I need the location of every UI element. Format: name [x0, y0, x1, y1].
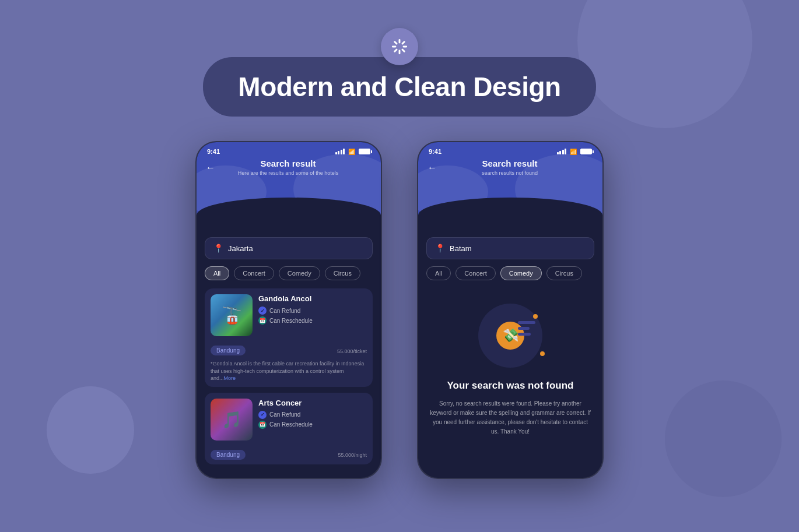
not-found-content: 💸 Your search was not found Sorry, no se… [418, 286, 602, 436]
event-info-2: Arts Concer ✓ Can Refund 📅 Can Reschedul… [258, 399, 367, 431]
signal-icon-1 [335, 149, 345, 154]
phone-nav-2: ← Search result search results not found [418, 155, 602, 179]
event-refund-badge-2: ✓ Can Refund [258, 411, 367, 419]
event-card-bottom-2: Bandung 55.000/night [205, 446, 373, 464]
event-card-2[interactable]: Arts Concer ✓ Can Refund 📅 Can Reschedul… [205, 393, 373, 464]
refund-text-1: Can Refund [269, 308, 300, 314]
location-tag-2: Bandung [211, 450, 246, 460]
location-pin-icon-1: 📍 [213, 244, 223, 253]
filter-chips-2: All Concert Comedy Circus [418, 266, 602, 286]
not-found-icon: 💸 [478, 304, 542, 368]
header-wave-1 [197, 198, 381, 232]
status-icons-1: 📶 [335, 149, 371, 155]
status-time-2: 9:41 [429, 148, 441, 155]
events-list: Gandola Ancol ✓ Can Refund 📅 Can Resched… [197, 286, 381, 473]
status-time-1: 9:41 [207, 148, 220, 155]
phone-screen-title-1: Search result [215, 158, 361, 168]
search-bar-1[interactable]: 📍 Jakarta [205, 237, 373, 259]
event-thumb-2 [211, 399, 253, 441]
event-desc-1: *Gondola Ancol is the first cable car re… [205, 360, 373, 387]
event-thumb-1 [211, 294, 253, 336]
chip-concert-1[interactable]: Concert [234, 266, 274, 280]
event-name-2: Arts Concer [258, 399, 367, 407]
back-button-2[interactable]: ← [427, 163, 437, 173]
phone-screen-subtitle-1: Here are the results and some of the hot… [215, 170, 361, 177]
phone-title-area-2: Search result search results not found [437, 158, 583, 177]
search-value-1: Jakarta [228, 244, 253, 253]
search-results-phone: 9:41 📶 ← Search result Here [195, 141, 382, 479]
not-found-description: Sorry, no search results were found. Ple… [430, 399, 591, 436]
phone-screen-title-2: Search result [437, 158, 583, 168]
header: Modern and Clean Design [0, 0, 799, 117]
reschedule-text-1: Can Reschedule [269, 318, 313, 324]
chip-circus-1[interactable]: Circus [325, 266, 360, 280]
event-reschedule-badge-1: 📅 Can Reschedule [258, 316, 367, 325]
event-name-1: Gandola Ancol [258, 294, 367, 303]
refund-icon-1: ✓ [258, 306, 267, 315]
signal-icon-2 [557, 149, 567, 154]
location-pin-icon-2: 📍 [435, 244, 445, 253]
chip-circus-2[interactable]: Circus [546, 266, 582, 280]
chip-all-1[interactable]: All [205, 266, 229, 280]
header-wave-2 [418, 198, 602, 232]
event-refund-badge-1: ✓ Can Refund [258, 306, 367, 315]
dot-2 [540, 351, 545, 356]
event-card-bottom-1: Bandung 55.000/ticket [205, 342, 373, 360]
location-tag-1: Bandung [211, 346, 246, 355]
not-found-phone: 9:41 📶 ← Search result sear [417, 141, 604, 479]
phone-header-2: 9:41 📶 ← Search result sear [418, 142, 602, 232]
price-2: 55.000/night [338, 451, 367, 458]
battery-icon-1 [359, 149, 370, 154]
back-button-1[interactable]: ← [206, 163, 215, 173]
wifi-icon-1: 📶 [348, 149, 355, 155]
phone-header-1: 9:41 📶 ← Search result Here [197, 142, 381, 232]
phone-nav-1: ← Search result Here are the results and… [197, 155, 381, 179]
battery-icon-2 [580, 149, 592, 154]
price-unit-2: /night [354, 452, 367, 458]
price-unit-1: /ticket [353, 348, 367, 354]
dot-1 [533, 314, 538, 319]
chip-all-2[interactable]: All [426, 266, 451, 280]
search-value-2: Batam [450, 244, 472, 253]
page-title: Modern and Clean Design [238, 71, 560, 103]
title-pill: Modern and Clean Design [203, 57, 595, 117]
reschedule-icon-1: 📅 [258, 316, 267, 325]
arts-image [211, 399, 253, 441]
phone-title-area-1: Search result Here are the results and s… [215, 158, 361, 177]
read-more-1[interactable]: More [224, 375, 236, 381]
phone-screen-subtitle-2: search results not found [437, 170, 583, 177]
event-card-1[interactable]: Gandola Ancol ✓ Can Refund 📅 Can Resched… [205, 288, 373, 387]
gondola-image [211, 294, 253, 336]
reschedule-icon-2: 📅 [258, 421, 267, 429]
refund-icon-2: ✓ [258, 411, 267, 419]
not-found-lines [518, 321, 535, 339]
status-icons-2: 📶 [557, 149, 593, 155]
bg-decor-3 [47, 386, 134, 474]
chip-comedy-1[interactable]: Comedy [279, 266, 320, 280]
filter-chips-1: All Concert Comedy Circus [197, 266, 381, 286]
bg-decor-2 [665, 380, 782, 497]
refund-text-2: Can Refund [269, 411, 300, 418]
price-1: 55.000/ticket [337, 347, 367, 354]
status-bar-2: 9:41 📶 [418, 142, 602, 155]
event-info-1: Gandola Ancol ✓ Can Refund 📅 Can Resched… [258, 294, 367, 326]
chip-concert-2[interactable]: Concert [455, 266, 496, 280]
status-bar-1: 9:41 📶 [197, 142, 381, 155]
not-found-title: Your search was not found [447, 379, 574, 392]
search-bar-2[interactable]: 📍 Batam [426, 237, 594, 259]
event-reschedule-badge-2: 📅 Can Reschedule [258, 421, 367, 429]
chip-comedy-2[interactable]: Comedy [500, 266, 542, 280]
loader-icon [391, 38, 408, 55]
wifi-icon-2: 📶 [570, 149, 577, 155]
reschedule-text-2: Can Reschedule [269, 421, 313, 428]
header-icon-bubble [381, 28, 418, 65]
